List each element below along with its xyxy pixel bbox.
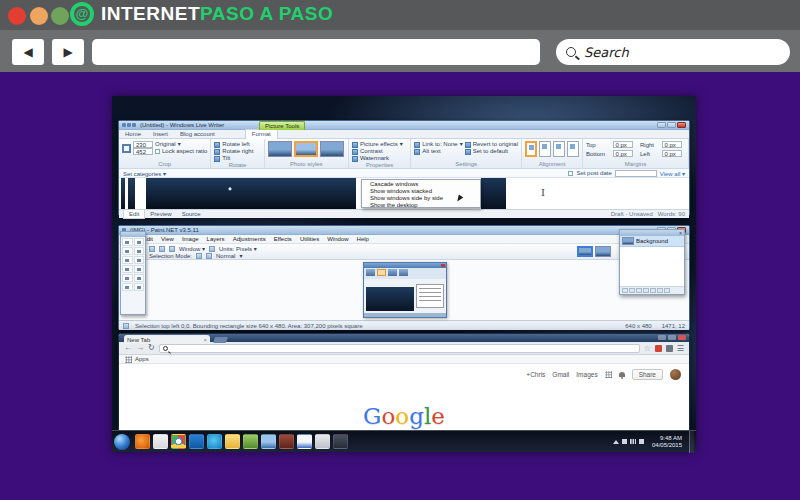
writer-window[interactable]: (Untitled) - Windows Live Writer Picture… — [118, 120, 690, 216]
open-image-thumbnail-active[interactable] — [577, 246, 593, 257]
menu-help[interactable]: Help — [357, 236, 369, 242]
rotate-right-button[interactable]: Rotate right — [214, 148, 260, 155]
taskbar-explorer-icon[interactable] — [225, 434, 240, 449]
add-layer-icon[interactable] — [622, 288, 628, 293]
contextual-tab-picture-tools[interactable]: Picture Tools — [259, 121, 305, 130]
photo-style-thumbnail[interactable] — [268, 141, 292, 157]
text-tool[interactable] — [122, 283, 133, 291]
selection-replace-icon[interactable] — [196, 253, 202, 259]
start-button[interactable] — [114, 434, 130, 450]
paint-title-bar[interactable]: (IMG) - Paint.NET v3.5.11 — [119, 226, 689, 235]
profile-avatar[interactable] — [670, 369, 681, 380]
writer-window-controls[interactable] — [657, 122, 686, 128]
gradient-tool[interactable] — [134, 256, 145, 264]
writer-editing-area[interactable]: Cascade windows Show windows stacked Sho… — [119, 178, 689, 209]
menu-layers[interactable]: Layers — [207, 236, 225, 242]
picture-effects-button[interactable]: Picture effects ▾ — [352, 141, 407, 148]
post-date-field[interactable] — [615, 170, 657, 177]
show-hidden-icons-icon[interactable] — [613, 440, 619, 444]
chrome-forward-icon[interactable]: → — [136, 343, 144, 353]
new-tab-button[interactable] — [213, 337, 228, 343]
forward-button[interactable]: ▶ — [52, 39, 84, 65]
taskbar-document-app-icon[interactable] — [297, 434, 312, 449]
set-categories-dropdown[interactable]: Set categories ▾ — [123, 170, 166, 177]
writer-tab-source[interactable]: Source — [177, 210, 206, 218]
move-layer-up-icon[interactable] — [650, 288, 656, 293]
link-to-dropdown[interactable]: Link to: None ▾ — [414, 141, 462, 148]
selection-add-icon[interactable] — [206, 253, 212, 259]
taskbar-app-icon[interactable] — [243, 434, 258, 449]
menu-item-cascade-windows[interactable]: Cascade windows — [362, 181, 480, 188]
chrome-back-icon[interactable]: ← — [124, 343, 132, 353]
contrast-button[interactable]: Contrast — [352, 148, 407, 155]
menu-image[interactable]: Image — [182, 236, 199, 242]
taskbar-app-firefox-icon[interactable] — [135, 434, 150, 449]
gmail-link[interactable]: Gmail — [552, 371, 569, 378]
taskbar-app-icon[interactable] — [333, 434, 348, 449]
open-file-icon[interactable] — [159, 246, 165, 252]
merge-layer-icon[interactable] — [643, 288, 649, 293]
set-post-date-checkbox[interactable] — [568, 171, 573, 176]
save-icon[interactable] — [169, 246, 175, 252]
chrome-window-controls[interactable] — [658, 335, 686, 340]
tools-palette[interactable] — [120, 231, 146, 315]
taskbar-app-icon[interactable] — [207, 434, 222, 449]
omnibox[interactable] — [159, 344, 640, 353]
move-tool[interactable] — [134, 238, 145, 246]
new-file-icon[interactable] — [149, 246, 155, 252]
google-apps-grid-icon[interactable] — [605, 371, 612, 378]
layer-row-background[interactable]: Background — [620, 236, 684, 247]
crop-height-spinner[interactable]: 452 — [133, 148, 153, 155]
traffic-light-red-icon[interactable] — [8, 7, 26, 25]
watermark-button[interactable]: Watermark — [352, 155, 407, 162]
menu-item-show-the-desktop[interactable]: Show the desktop — [362, 202, 480, 209]
apps-grid-icon[interactable] — [125, 356, 132, 363]
alignment-option[interactable] — [567, 141, 579, 157]
alignment-option[interactable] — [553, 141, 565, 157]
selection-mode-value[interactable]: Normal — [216, 253, 235, 259]
action-center-flag-icon[interactable] — [622, 439, 627, 444]
browser-tab-new-tab[interactable]: New Tab × — [124, 335, 210, 344]
move-layer-down-icon[interactable] — [657, 288, 663, 293]
crop-width-spinner[interactable]: 230 — [133, 141, 153, 148]
back-button[interactable]: ◀ — [12, 39, 44, 65]
tab-home[interactable]: Home — [119, 130, 147, 139]
quick-access-toolbar[interactable] — [122, 123, 136, 127]
chrome-menu-icon[interactable]: ☰ — [677, 345, 684, 352]
paint-canvas-area[interactable] — [119, 260, 689, 320]
extension-icon[interactable] — [666, 345, 673, 352]
show-desktop-button[interactable] — [689, 431, 694, 453]
menu-adjustments[interactable]: Adjustments — [233, 236, 266, 242]
extension-icon-red[interactable] — [655, 345, 662, 352]
writer-tab-preview[interactable]: Preview — [145, 210, 176, 218]
notifications-bell-icon[interactable] — [619, 372, 625, 377]
taskbar-app-icon[interactable] — [315, 434, 330, 449]
chrome-reload-icon[interactable]: ↻ — [148, 343, 155, 353]
traffic-light-green-icon[interactable] — [51, 7, 69, 25]
duplicate-layer-icon[interactable] — [636, 288, 642, 293]
view-all-link[interactable]: View all ▾ — [660, 170, 685, 177]
rotate-left-button[interactable]: Rotate left — [214, 141, 260, 148]
taskbar-app-icon[interactable] — [153, 434, 168, 449]
photo-style-thumbnail[interactable] — [320, 141, 344, 157]
delete-layer-icon[interactable] — [629, 288, 635, 293]
alignment-option[interactable] — [539, 141, 551, 157]
menu-utilities[interactable]: Utilities — [300, 236, 319, 242]
menu-window[interactable]: Window — [327, 236, 348, 242]
shapes-tool[interactable] — [134, 283, 145, 291]
eraser-tool[interactable] — [134, 265, 145, 273]
margin-top-spinner[interactable]: 0 px — [613, 141, 633, 148]
inserted-photo[interactable] — [146, 178, 356, 209]
layer-properties-icon[interactable] — [664, 288, 670, 293]
taskbar-app-icon[interactable] — [279, 434, 294, 449]
network-icon[interactable] — [630, 439, 636, 444]
writer-tab-edit[interactable]: Edit — [123, 209, 145, 219]
layers-palette[interactable]: × Background — [619, 229, 685, 295]
margin-left-spinner[interactable]: 0 px — [662, 150, 682, 157]
alignment-option-selected[interactable] — [525, 141, 537, 157]
set-default-button[interactable]: Set to default — [465, 148, 518, 155]
lock-aspect-checkbox[interactable]: Lock aspect ratio — [155, 148, 207, 155]
taskbar-clock[interactable]: 9:48 AM 04/05/2015 — [652, 435, 682, 449]
taskbar-photo-viewer-icon[interactable] — [261, 434, 276, 449]
magic-wand-tool[interactable] — [134, 247, 145, 255]
